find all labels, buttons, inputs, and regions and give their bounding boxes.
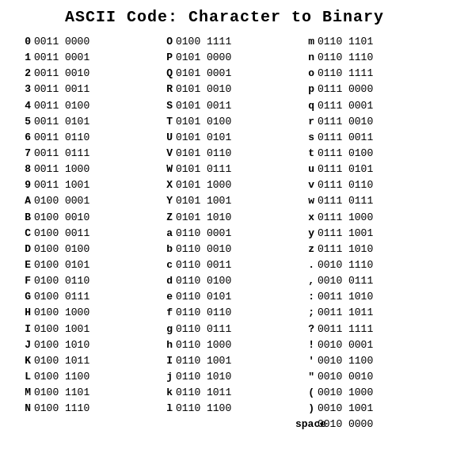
char-label: : xyxy=(295,289,318,305)
table-row: m0110 1101 xyxy=(295,34,437,50)
table-row: s0111 0011 xyxy=(295,130,437,146)
binary-value: 0100 1010 xyxy=(34,337,101,353)
char-label: y xyxy=(295,226,318,242)
column-1: O0100 1111P0101 0000Q0101 0001R0101 0010… xyxy=(154,34,295,433)
table-row: g0110 0111 xyxy=(154,322,295,337)
char-label: 7 xyxy=(12,146,34,162)
binary-value: 0110 0111 xyxy=(176,322,243,337)
char-label: z xyxy=(295,242,318,257)
table-row: E0100 0101 xyxy=(12,257,154,273)
char-label: I xyxy=(154,353,176,369)
char-label: D xyxy=(12,242,34,257)
table-row: Q0101 0001 xyxy=(154,66,295,82)
binary-value: 0101 0001 xyxy=(176,66,243,82)
char-label: x xyxy=(295,210,318,226)
table-row: c0110 0011 xyxy=(154,257,295,273)
binary-value: 0111 0000 xyxy=(318,82,385,97)
char-label: j xyxy=(154,369,176,385)
binary-value: 0011 1010 xyxy=(318,289,385,305)
table-row: 90011 1001 xyxy=(12,177,154,193)
table-row: I0110 1001 xyxy=(154,353,295,369)
char-label: J xyxy=(12,337,34,353)
binary-value: 0010 0010 xyxy=(318,369,385,385)
table-row: I0100 1001 xyxy=(12,322,154,337)
binary-value: 0100 0100 xyxy=(34,242,101,257)
table-row: e0110 0101 xyxy=(154,289,295,305)
char-label: k xyxy=(154,385,176,401)
table-row: M0100 1101 xyxy=(12,385,154,401)
char-label: S xyxy=(154,98,176,114)
char-label: m xyxy=(295,34,318,50)
char-label: E xyxy=(12,257,34,273)
char-label: Y xyxy=(154,193,176,209)
binary-value: 0100 0101 xyxy=(34,257,101,273)
binary-value: 0110 1011 xyxy=(176,385,243,401)
char-label: P xyxy=(154,50,176,66)
char-label: 1 xyxy=(12,50,34,66)
char-label: Z xyxy=(154,210,176,226)
table-row: b0110 0010 xyxy=(154,242,295,257)
char-label: 6 xyxy=(12,130,34,146)
char-label: A xyxy=(12,193,34,209)
binary-value: 0010 1001 xyxy=(318,401,385,417)
char-label: I xyxy=(12,322,34,337)
char-label: . xyxy=(295,257,318,273)
table-row: V0101 0110 xyxy=(154,146,295,162)
char-label: X xyxy=(154,177,176,193)
binary-value: 0110 1100 xyxy=(176,401,243,417)
binary-value: 0100 0010 xyxy=(34,210,101,226)
binary-value: 0101 0010 xyxy=(176,82,243,97)
page-title: ASCII Code: Character to Binary xyxy=(12,8,437,26)
binary-value: 0011 0101 xyxy=(34,114,101,130)
table-row: 40011 0100 xyxy=(12,98,154,114)
binary-value: 0110 0101 xyxy=(176,289,243,305)
table-row: C0100 0011 xyxy=(12,226,154,242)
binary-value: 0110 1111 xyxy=(318,66,385,82)
binary-value: 0110 0110 xyxy=(176,305,243,321)
binary-value: 0110 1010 xyxy=(176,369,243,385)
char-label: W xyxy=(154,162,176,177)
table-row: 50011 0101 xyxy=(12,114,154,130)
table-row: B0100 0010 xyxy=(12,210,154,226)
binary-value: 0010 0001 xyxy=(318,337,385,353)
char-label: r xyxy=(295,114,318,130)
table-row: 10011 0001 xyxy=(12,50,154,66)
char-label: d xyxy=(154,273,176,289)
binary-value: 0111 0001 xyxy=(318,98,385,114)
char-label: G xyxy=(12,289,34,305)
char-label: Q xyxy=(154,66,176,82)
char-label: 2 xyxy=(12,66,34,82)
table-row: ,0010 0111 xyxy=(295,273,437,289)
char-label: ) xyxy=(295,401,318,417)
table-row: k0110 1011 xyxy=(154,385,295,401)
binary-value: 0100 1011 xyxy=(34,353,101,369)
char-label: o xyxy=(295,66,318,82)
binary-value: 0010 1100 xyxy=(318,353,385,369)
table-row: d0110 0100 xyxy=(154,273,295,289)
table-row: h0110 1000 xyxy=(154,337,295,353)
binary-value: 0011 0110 xyxy=(34,130,101,146)
char-label: 9 xyxy=(12,177,34,193)
binary-value: 0100 0111 xyxy=(34,289,101,305)
binary-value: 0111 0011 xyxy=(318,130,385,146)
binary-value: 0101 0000 xyxy=(176,50,243,66)
char-label: " xyxy=(295,369,318,385)
binary-value: 0110 0100 xyxy=(176,273,243,289)
binary-value: 0011 1000 xyxy=(34,162,101,177)
table-row: L0100 1100 xyxy=(12,369,154,385)
char-label: q xyxy=(295,98,318,114)
char-label: a xyxy=(154,226,176,242)
table-row: G0100 0111 xyxy=(12,289,154,305)
table-row: ?0011 1111 xyxy=(295,322,437,337)
binary-value: 0010 0111 xyxy=(318,273,385,289)
table-row: P0101 0000 xyxy=(154,50,295,66)
binary-value: 0011 0000 xyxy=(34,34,101,50)
binary-value: 0100 1110 xyxy=(34,401,101,417)
binary-value: 0100 1100 xyxy=(34,369,101,385)
char-label: v xyxy=(295,177,318,193)
table-row: w0111 0111 xyxy=(295,193,437,209)
binary-value: 0101 1001 xyxy=(176,193,243,209)
char-label: g xyxy=(154,322,176,337)
table-row: l0110 1100 xyxy=(154,401,295,417)
table-row: "0010 0010 xyxy=(295,369,437,385)
